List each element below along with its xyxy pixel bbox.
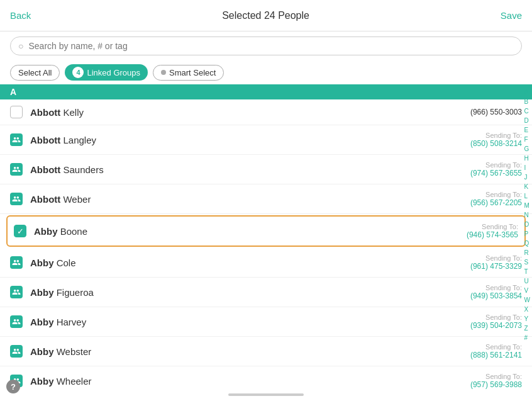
phone-number: (850) 508-3214 <box>470 139 522 148</box>
phone-number: (961) 475-3329 <box>470 262 522 271</box>
select-all-button[interactable]: Select All <box>10 65 60 81</box>
contact-name: Abbott Langley <box>30 135 470 145</box>
group-avatar-icon <box>10 286 23 298</box>
alpha-index-h[interactable]: H <box>524 154 530 163</box>
sending-to-label: Sending To: <box>470 313 522 321</box>
table-row[interactable]: Abbott Kelly(966) 550-3003 <box>0 99 532 125</box>
contact-name: Abby Harvey <box>30 317 470 327</box>
alpha-index-l[interactable]: L <box>524 192 530 201</box>
contact-right: Sending To:(888) 561-2141 <box>470 343 522 359</box>
filter-bar: Select All 4 Linked Groups Smart Select <box>0 60 532 84</box>
section-header-a: A <box>0 84 532 99</box>
scroll-indicator <box>228 393 304 396</box>
alpha-index-t[interactable]: T <box>524 268 530 276</box>
sending-to-label: Sending To: <box>467 223 518 230</box>
alpha-index-u[interactable]: U <box>524 277 530 286</box>
alpha-index-z[interactable]: Z <box>524 324 530 333</box>
back-button[interactable]: Back <box>10 10 31 21</box>
table-row[interactable]: Abby ColeSending To:(961) 475-3329 <box>0 248 532 278</box>
phone-number: (957) 569-3988 <box>470 380 522 389</box>
alpha-index-i[interactable]: I <box>524 164 530 172</box>
phone-number: (974) 567-3655 <box>470 169 522 178</box>
contact-right: Sending To:(957) 569-3988 <box>470 373 522 389</box>
alpha-index-#[interactable]: # <box>524 334 530 342</box>
alpha-index-w[interactable]: W <box>524 296 530 305</box>
contact-name: Abby Webster <box>30 346 470 357</box>
sending-to-label: Sending To: <box>470 132 522 139</box>
contact-name: Abbott Saunders <box>30 164 470 175</box>
table-row[interactable]: Abby BooneSending To:(946) 574-3565 <box>6 215 526 247</box>
contact-right: Sending To:(961) 475-3329 <box>470 254 522 271</box>
table-row[interactable]: Abbott WeberSending To:(956) 567-2205 <box>0 184 532 214</box>
phone-number: (966) 550-3003 <box>470 108 522 116</box>
alpha-index-d[interactable]: D <box>524 116 530 125</box>
contact-name: Abby Figueroa <box>30 287 470 298</box>
phone-number: (888) 561-2141 <box>470 351 522 359</box>
search-input[interactable] <box>28 41 514 51</box>
search-bar: ○ <box>10 37 522 55</box>
alpha-index-s[interactable]: S <box>524 258 530 267</box>
alpha-index-p[interactable]: P <box>524 230 530 239</box>
alpha-index-c[interactable]: C <box>524 107 530 116</box>
alpha-index-q[interactable]: Q <box>524 239 530 248</box>
alpha-index-x[interactable]: X <box>524 305 530 314</box>
linked-groups-count: 4 <box>72 67 84 78</box>
table-row[interactable]: Abby HarveySending To:(939) 504-2073 <box>0 307 532 337</box>
contact-name: Abby Wheeler <box>30 376 470 387</box>
group-avatar-icon <box>10 133 23 146</box>
table-row[interactable]: Abby FigueroaSending To:(949) 503-3854 <box>0 278 532 307</box>
contact-name: Abbott Kelly <box>30 107 470 118</box>
alpha-index-b[interactable]: B <box>524 98 530 106</box>
table-row[interactable]: Abby WheelerSending To:(957) 569-3988 <box>0 366 532 391</box>
alpha-index-r[interactable]: R <box>524 249 530 257</box>
checkbox-checked[interactable] <box>14 225 26 237</box>
sending-to-label: Sending To: <box>470 191 522 198</box>
contact-list: Abbott Kelly(966) 550-3003Abbott Langley… <box>0 99 532 391</box>
contact-name: Abbott Weber <box>30 194 470 205</box>
alpha-index-k[interactable]: K <box>524 183 530 191</box>
group-avatar-icon <box>10 163 23 176</box>
phone-number: (949) 503-3854 <box>470 291 522 300</box>
alpha-index-m[interactable]: M <box>524 201 530 210</box>
sending-to-label: Sending To: <box>470 373 522 380</box>
table-row[interactable]: Abby WebsterSending To:(888) 561-2141 <box>0 337 532 366</box>
contact-right: Sending To:(949) 503-3854 <box>470 284 522 300</box>
sending-to-label: Sending To: <box>470 254 522 262</box>
alpha-index-a[interactable]: A <box>524 88 530 97</box>
smart-select-button[interactable]: Smart Select <box>153 65 224 81</box>
alpha-index-e[interactable]: E <box>524 126 530 135</box>
contact-name: Abby Boone <box>34 226 467 237</box>
alpha-index-f[interactable]: F <box>524 135 530 144</box>
table-row[interactable]: Abbott SaundersSending To:(974) 567-3655 <box>0 155 532 184</box>
alpha-index-j[interactable]: J <box>524 173 530 182</box>
sending-to-label: Sending To: <box>470 161 522 169</box>
group-avatar-icon <box>10 256 23 269</box>
group-avatar-icon <box>10 193 23 205</box>
sending-to-label: Sending To: <box>470 343 522 351</box>
contact-right: Sending To:(939) 504-2073 <box>470 313 522 330</box>
alpha-index-n[interactable]: N <box>524 211 530 220</box>
linked-groups-button[interactable]: 4 Linked Groups <box>65 64 148 81</box>
sending-to-label: Sending To: <box>470 284 522 291</box>
page-title: Selected 24 People <box>222 10 309 21</box>
checkbox-unchecked[interactable] <box>10 106 23 118</box>
phone-number: (939) 504-2073 <box>470 321 522 330</box>
table-row[interactable]: Abbott LangleySending To:(850) 508-3214 <box>0 125 532 155</box>
contact-name: Abby Cole <box>30 257 470 268</box>
phone-number: (956) 567-2205 <box>470 198 522 207</box>
group-avatar-icon <box>10 345 23 358</box>
alpha-index-o[interactable]: O <box>524 220 530 229</box>
alpha-index-g[interactable]: G <box>524 145 530 154</box>
phone-number: (946) 574-3565 <box>467 230 518 239</box>
help-button[interactable]: ? <box>6 380 20 393</box>
contact-right: Sending To:(974) 567-3655 <box>470 161 522 178</box>
group-avatar-icon <box>10 315 23 328</box>
linked-groups-label: Linked Groups <box>87 68 140 77</box>
save-button[interactable]: Save <box>501 10 522 21</box>
alpha-index-v[interactable]: V <box>524 286 530 295</box>
alpha-index-y[interactable]: Y <box>524 315 530 324</box>
contact-right: (966) 550-3003 <box>470 108 522 116</box>
contact-right: Sending To:(946) 574-3565 <box>467 223 518 239</box>
header: Back Selected 24 People Save <box>0 0 532 31</box>
contact-right: Sending To:(850) 508-3214 <box>470 132 522 148</box>
